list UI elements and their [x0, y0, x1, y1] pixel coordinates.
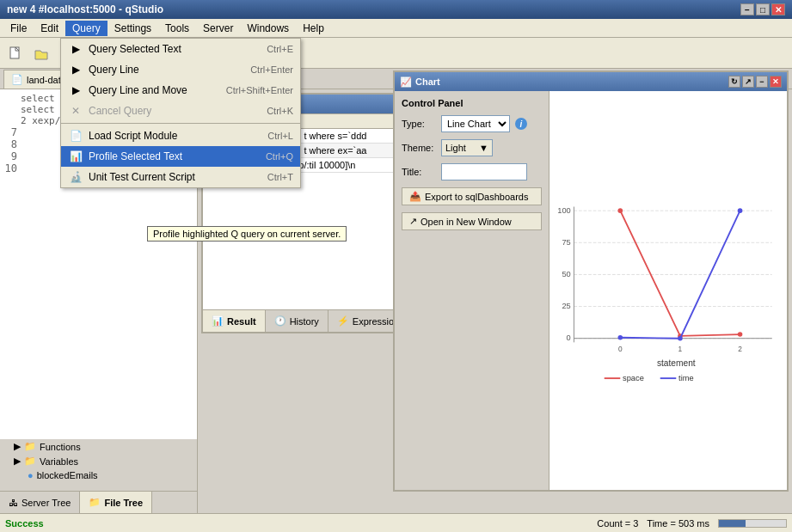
menu-unit-test-shortcut: Ctrl+T — [267, 172, 293, 182]
menu-file[interactable]: File — [3, 21, 34, 36]
open-new-icon: ↗ — [409, 216, 417, 227]
menu-query-selected-shortcut: Ctrl+E — [267, 44, 293, 54]
tab-server-tree[interactable]: 🖧 Server Tree — [0, 492, 80, 513]
chart-titlebar-controls: ↻ ↗ − ✕ — [728, 76, 782, 88]
svg-text:2: 2 — [738, 345, 742, 354]
menu-query-line-label: Query Line — [89, 64, 139, 76]
svg-text:0: 0 — [567, 334, 571, 343]
tree-arrow-functions: ▶ — [14, 441, 21, 452]
menu-query-line-move-shortcut: Ctrl+Shift+Enter — [226, 85, 293, 95]
title-input[interactable] — [441, 163, 527, 180]
menu-load-script-label: Load Script Module — [89, 130, 177, 142]
chart-visualization: 100 75 50 25 0 0 1 — [549, 91, 787, 490]
control-panel-title: Control Panel — [402, 98, 542, 108]
menu-tools[interactable]: Tools — [158, 21, 196, 36]
status-text: Success — [5, 518, 44, 529]
theme-row: Theme: Light ▼ — [402, 139, 542, 156]
menu-server[interactable]: Server — [196, 21, 240, 36]
titlebar-title: new 4 #localhost:5000 - qStudio — [7, 3, 163, 15]
menu-query[interactable]: Query — [65, 21, 107, 36]
tree-dot-blockedemails: ● — [28, 470, 34, 480]
status-count: Count = 3 — [597, 518, 638, 529]
chart-refresh-button[interactable]: ↻ — [728, 76, 740, 88]
file-tree-label: File Tree — [104, 498, 143, 508]
svg-text:0: 0 — [618, 345, 623, 354]
svg-text:75: 75 — [562, 238, 570, 247]
type-info-icon[interactable]: i — [515, 118, 527, 130]
chart-title: Chart — [415, 76, 440, 87]
menu-cancel-query-shortcut: Ctrl+K — [267, 106, 293, 116]
new-file-button[interactable] — [3, 41, 28, 65]
export-button[interactable]: 📤 Export to sqlDashboards — [402, 187, 542, 205]
menu-windows[interactable]: Windows — [240, 21, 296, 36]
chart-popout-button[interactable]: ↗ — [742, 76, 754, 88]
menu-edit[interactable]: Edit — [34, 21, 65, 36]
menu-query-line-move[interactable]: ▶ Query Line and Move Ctrl+Shift+Enter — [61, 80, 300, 101]
title-row: Title: — [402, 163, 542, 180]
chart-content: Control Panel Type: Line Chart Bar Chart… — [395, 91, 787, 490]
open-button[interactable] — [29, 41, 53, 65]
menu-cancel-query-label: Cancel Query — [89, 105, 151, 117]
menu-profile-selected[interactable]: 📊 Profile Selected Text Ctrl+Q — [61, 146, 300, 167]
query-line-icon: ▶ — [68, 62, 83, 77]
titlebar: new 4 #localhost:5000 - qStudio − □ ✕ — [0, 0, 792, 19]
result-tab-icon: 📊 — [212, 315, 224, 327]
menu-profile-selected-label: Profile Selected Text — [89, 150, 182, 162]
panel-tabs: 🖧 Server Tree 📁 File Tree — [0, 491, 197, 513]
profile-selected-icon: 📊 — [68, 149, 83, 164]
tab-history[interactable]: 🕐 History — [266, 310, 328, 332]
progress-bar — [718, 519, 787, 528]
close-button[interactable]: ✕ — [771, 3, 785, 15]
tree-arrow-variables: ▶ — [14, 456, 21, 467]
tab-file-tree[interactable]: 📁 File Tree — [80, 492, 152, 513]
svg-text:100: 100 — [557, 206, 570, 215]
title-label: Title: — [402, 167, 436, 177]
profile-tooltip: Profile highlighted Q query on current s… — [147, 226, 347, 242]
open-new-label: Open in New Window — [421, 217, 512, 227]
menu-unit-test[interactable]: 🔬 Unit Test Current Script Ctrl+T — [61, 167, 300, 187]
tab-land-data-icon: 📄 — [11, 74, 23, 85]
server-tree-icon: 🖧 — [9, 498, 18, 508]
export-label: Export to sqlDashboards — [425, 192, 528, 202]
tree-item-functions[interactable]: ▶ 📁 Functions — [0, 439, 197, 454]
progress-inner — [719, 520, 746, 527]
svg-point-27 — [678, 336, 683, 341]
tree-icon-variables: 📁 — [24, 456, 36, 467]
file-tree-icon: 📁 — [89, 497, 101, 508]
server-tree-label: Server Tree — [21, 498, 71, 508]
result-tab-label: Result — [227, 316, 256, 327]
cancel-query-icon: ✕ — [68, 103, 83, 119]
minimize-button[interactable]: − — [740, 3, 754, 15]
svg-point-26 — [618, 335, 623, 340]
chart-minimize-button[interactable]: − — [756, 76, 768, 88]
menu-query-selected-text[interactable]: ▶ Query Selected Text Ctrl+E — [61, 39, 300, 59]
chart-close-button[interactable]: ✕ — [770, 76, 782, 88]
tree-icon-functions: 📁 — [24, 441, 36, 452]
menu-help[interactable]: Help — [296, 21, 331, 36]
menu-load-script[interactable]: 📄 Load Script Module Ctrl+L — [61, 125, 300, 146]
svg-point-25 — [738, 332, 743, 337]
svg-text:space: space — [623, 374, 644, 382]
tab-result[interactable]: 📊 Result — [203, 310, 266, 332]
export-icon: 📤 — [409, 191, 421, 202]
menu-cancel-query: ✕ Cancel Query Ctrl+K — [61, 101, 300, 121]
menu-settings[interactable]: Settings — [107, 21, 158, 36]
tree-item-variables[interactable]: ▶ 📁 Variables — [0, 454, 197, 468]
svg-text:statement: statement — [657, 358, 696, 368]
type-select[interactable]: Line Chart Bar Chart Scatter Area Chart — [441, 115, 510, 132]
maximize-button[interactable]: □ — [756, 3, 770, 15]
query-selected-icon: ▶ — [68, 41, 83, 57]
open-new-window-button[interactable]: ↗ Open in New Window — [402, 212, 542, 230]
svg-text:time: time — [678, 374, 694, 382]
svg-point-28 — [738, 208, 743, 213]
chart-titlebar: 📈 Chart ↻ ↗ − ✕ — [395, 72, 787, 91]
tree-item-blockedemails[interactable]: ● blockedEmails — [0, 468, 197, 482]
theme-dropdown[interactable]: Light ▼ — [441, 139, 493, 156]
expressions-tab-icon: ⚡ — [337, 315, 349, 327]
chart-control-panel: Control Panel Type: Line Chart Bar Chart… — [395, 91, 549, 490]
menu-query-line-move-label: Query Line and Move — [89, 84, 187, 96]
tree-label-blockedemails: blockedEmails — [37, 470, 98, 480]
menu-unit-test-label: Unit Test Current Script — [89, 171, 195, 183]
menu-query-line[interactable]: ▶ Query Line Ctrl+Enter — [61, 59, 300, 80]
svg-text:1: 1 — [678, 345, 683, 354]
